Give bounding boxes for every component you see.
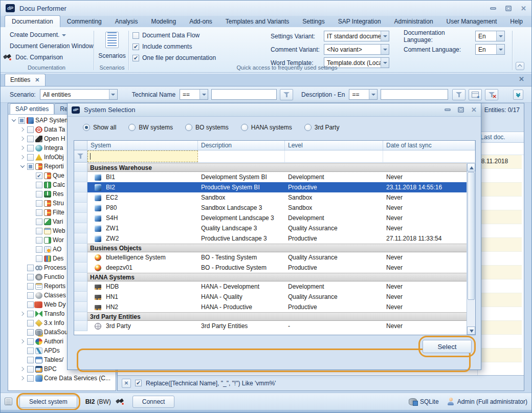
description-operator-dropdown[interactable]: == — [349, 89, 378, 100]
system-row-zw2[interactable]: ZW2Productive Landscape 3Productive27.11… — [74, 233, 467, 244]
select-system-button[interactable]: Select system — [19, 396, 77, 408]
tree-checkbox[interactable] — [27, 292, 34, 299]
tree-checkbox[interactable] — [27, 154, 34, 161]
document-generation-window-button[interactable]: Document Generation Window — [10, 42, 93, 50]
tree-checkbox[interactable] — [27, 347, 34, 354]
table-scrollbar[interactable] — [467, 163, 475, 335]
clear-filter-button[interactable]: ✕ — [485, 89, 498, 100]
menu-tab-modeling[interactable]: Modeling — [144, 16, 183, 27]
last-sync-filter-cell[interactable] — [383, 150, 475, 162]
checkbox-include-comments[interactable]: Include comments — [132, 43, 216, 50]
collapse-arrow-icon[interactable] — [19, 163, 26, 170]
select-button[interactable]: Select — [423, 340, 472, 353]
system-row-3rd-party[interactable]: 3rd Party3rd Party Entities-Never — [74, 321, 467, 331]
collapse-arrow-icon[interactable] — [10, 117, 17, 124]
doc-comparison-button[interactable]: Doc. Comparison — [4, 54, 63, 61]
tree-checkbox[interactable] — [36, 228, 42, 234]
panel-close-icon[interactable]: ✕ — [519, 75, 524, 83]
expand-arrow-icon[interactable] — [19, 311, 26, 317]
column-header-description[interactable]: Description — [198, 141, 285, 150]
system-row-bluetelligence-system[interactable]: bluetelligence SystemBO - Testing System… — [74, 252, 467, 263]
column-header-last-doc[interactable]: Last doc. — [478, 132, 522, 142]
maximize-icon[interactable] — [505, 6, 512, 11]
checkbox-document-data-flow[interactable]: Document Data Flow — [132, 32, 216, 39]
checkbox-icon[interactable] — [132, 32, 139, 39]
tree-checkbox[interactable] — [36, 219, 42, 225]
expand-arrow-icon[interactable] — [19, 375, 26, 382]
tree-checkbox[interactable] — [36, 246, 42, 253]
technical-name-operator-dropdown[interactable]: == — [180, 89, 208, 100]
tree-checkbox[interactable] — [36, 209, 42, 216]
tree-checkbox[interactable] — [27, 145, 34, 151]
radio-bo-systems[interactable]: BO systems — [185, 124, 229, 131]
checkbox-icon[interactable] — [132, 55, 139, 61]
description-filter-cell[interactable] — [198, 150, 285, 162]
column-header-level[interactable]: Level — [285, 141, 383, 150]
tree-checkbox[interactable] — [36, 191, 42, 198]
expand-arrow-icon[interactable] — [19, 136, 26, 142]
radio-icon[interactable] — [185, 124, 192, 131]
dropdown-comment-variant[interactable]: <No variant> — [324, 44, 389, 55]
filter-enabled-checkbox[interactable] — [135, 380, 142, 386]
menu-tab-commenting[interactable]: Commenting — [60, 16, 108, 27]
radio-hana-systems[interactable]: HANA systems — [241, 124, 292, 131]
tab-entities[interactable]: Entities ✕ — [5, 74, 46, 86]
radio-icon[interactable] — [304, 124, 312, 131]
dialog-maximize-icon[interactable] — [458, 107, 464, 113]
checkbox-one-file-per-documentation[interactable]: One file per documentation — [132, 54, 216, 61]
system-row-bi2[interactable]: BI2Productive System BIProductive23.11.2… — [74, 182, 467, 192]
dropdown-comment-language[interactable]: En — [475, 44, 505, 55]
radio-icon[interactable] — [128, 124, 136, 131]
tree-checkbox[interactable] — [27, 320, 34, 327]
system-row-zw1[interactable]: ZW1Quality Landscape 3Quality AssuranceN… — [74, 223, 467, 233]
dialog-minimize-icon[interactable] — [445, 108, 451, 111]
create-document-button[interactable]: Create Document. — [10, 31, 66, 38]
tree-checkbox[interactable] — [27, 283, 34, 290]
tree-checkbox[interactable] — [27, 136, 34, 142]
apply-filter-button[interactable] — [452, 89, 465, 100]
menu-tab-administration[interactable]: Administration — [388, 16, 440, 27]
scenario-dropdown[interactable]: All entities — [40, 89, 118, 100]
tree-checkbox[interactable] — [27, 126, 34, 133]
checkbox-icon[interactable] — [132, 44, 139, 50]
expand-arrow-icon[interactable] — [19, 366, 26, 373]
level-filter-cell[interactable] — [285, 150, 383, 162]
radio-icon[interactable] — [241, 124, 248, 131]
system-row-hdb[interactable]: HDBHANA - DevelopmentDevelopmentNever — [74, 281, 467, 292]
description-input[interactable] — [381, 89, 448, 100]
expand-arrow-icon[interactable] — [19, 154, 26, 161]
dropdown-settings-variant[interactable]: IT standard documen... — [324, 31, 389, 41]
edit-filter-button[interactable] — [280, 89, 293, 100]
system-row-p80[interactable]: P80Sandbox Landscape 3SandboxNever — [74, 203, 467, 213]
expand-arrow-icon[interactable] — [19, 126, 26, 133]
connect-button[interactable]: Connect — [132, 396, 175, 408]
system-filter-cell[interactable] — [87, 150, 198, 162]
tree-checkbox[interactable] — [27, 329, 34, 336]
system-row-s4h[interactable]: S4HDevelopment Landscape 3DevelopmentNev… — [74, 213, 467, 223]
radio-bw-systems[interactable]: BW systems — [128, 124, 173, 131]
technical-name-input[interactable] — [211, 89, 277, 100]
dropdown-documentation-language[interactable]: En — [475, 31, 505, 41]
scroll-up-icon[interactable] — [467, 163, 475, 171]
tree-checkbox[interactable] — [27, 338, 34, 345]
scroll-down-icon[interactable] — [467, 327, 475, 335]
expand-arrow-icon[interactable] — [19, 338, 26, 345]
column-header-date-of-last-sync[interactable]: Date of last sync — [383, 141, 475, 150]
tree-checkbox[interactable] — [18, 117, 25, 124]
system-row-hn1[interactable]: HN1HANA - QualityQuality AssuranceNever — [74, 292, 467, 302]
tree-checkbox[interactable] — [27, 366, 34, 373]
radio-3rd-party[interactable]: 3rd Party — [304, 124, 340, 131]
tree-checkbox[interactable] — [36, 200, 42, 207]
menu-tab-documentation[interactable]: Documentation — [5, 15, 60, 27]
tree-checkbox[interactable] — [36, 182, 42, 188]
expand-filters-button[interactable] — [513, 90, 523, 100]
system-row-bi1[interactable]: BI1Development System BIDevelopmentNever — [74, 172, 467, 182]
system-row-hn2[interactable]: HN2HANA - ProductiveProductiveNever — [74, 302, 467, 312]
tree-checkbox[interactable] — [27, 375, 34, 382]
tree-checkbox[interactable] — [27, 311, 34, 317]
tree-checkbox[interactable] — [27, 301, 34, 308]
menu-tab-user-management[interactable]: User Management — [440, 16, 504, 27]
tree-item-core-data-services-c[interactable]: Core Data Services (C... — [8, 374, 116, 383]
menu-tab-analysis[interactable]: Analysis — [108, 16, 145, 27]
menu-tab-add-ons[interactable]: Add-ons — [183, 16, 219, 27]
